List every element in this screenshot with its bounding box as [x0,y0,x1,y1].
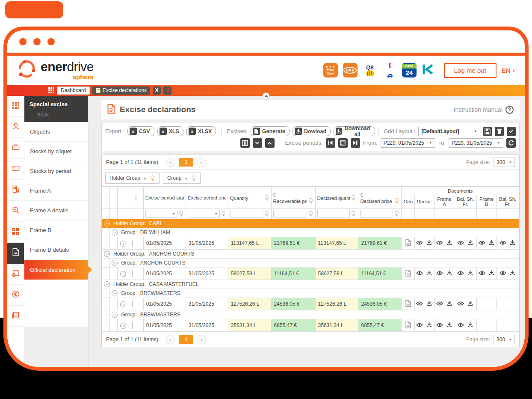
delete-layout-button[interactable] [495,127,504,136]
download-document-icon[interactable] [467,240,473,247]
view-document-icon[interactable] [416,240,423,247]
view-document-icon[interactable] [457,271,464,277]
filter-pin-icon[interactable] [150,175,155,181]
back-link[interactable]: ← Back [30,112,83,118]
doc-column-header[interactable]: Bal. Sh. Fr. [497,195,519,208]
collapse-group-icon[interactable] [112,229,118,235]
doc-column-header[interactable]: Bal. Sh. Fr. [454,195,476,208]
filter-combo[interactable]: ▼ [145,210,177,217]
generated-document-icon[interactable] [405,302,411,308]
select-all-checkbox[interactable] [136,195,136,201]
sidebar-item-frame-b-details[interactable]: Frame B details [24,240,88,260]
download-document-icon[interactable] [426,240,432,247]
generated-document-icon[interactable] [405,272,411,278]
previous-period-button[interactable] [326,138,335,148]
download-document-icon[interactable] [446,240,452,247]
fleetcard-icon[interactable]: ■ ■ ■ Fleet Card [323,63,338,77]
download-document-icon[interactable] [446,270,452,277]
filter-pin-icon[interactable] [191,175,196,181]
export-xlsx-button[interactable]: xXLSX [186,126,216,136]
filter-input[interactable] [230,210,263,217]
filter-pin-icon[interactable] [221,211,226,217]
view-document-icon[interactable] [436,322,443,329]
download-document-icon[interactable] [426,301,432,308]
download-document-icon[interactable] [446,322,452,329]
expand-row-detail-icon[interactable] [120,271,126,277]
sidebar-item-stocks-by-period[interactable]: Stocks by period [24,161,88,181]
download-document-icon[interactable] [488,270,495,277]
download-document-icon[interactable] [467,322,473,329]
filter-pin-icon[interactable] [351,211,356,217]
sidebar-icon-credit-card[interactable] [7,159,24,180]
filter-pin-icon[interactable] [178,211,184,217]
next-period-button[interactable] [351,138,360,148]
collapse-group-icon[interactable] [112,260,118,266]
view-document-icon[interactable] [416,271,423,277]
export-xls-button[interactable]: xXLS [157,126,183,136]
log-me-out-button[interactable]: Log me out [444,63,497,78]
sidebar-item-frame-b[interactable]: Frame B [24,220,88,240]
dats24-icon[interactable]: DATS 24 [402,63,417,77]
download-document-icon[interactable] [509,240,516,247]
group-chip-holder-group[interactable]: Holder Group▲ [105,173,160,184]
view-document-icon[interactable] [436,301,443,307]
sidebar-icon-euro-circle[interactable] [7,285,24,306]
column-chooser-button[interactable] [240,138,250,148]
collapse-group-icon[interactable] [112,290,118,296]
group-chip-group[interactable]: Group▲ [163,173,201,184]
current-page-button[interactable]: 1 [179,158,193,167]
refresh-button[interactable] [506,138,516,148]
download-document-icon[interactable] [426,270,432,277]
previous-page-button[interactable]: ‹ [166,335,175,344]
apply-layout-button[interactable] [507,127,516,136]
sidebar-icon-news[interactable] [7,306,24,327]
column-filter-pin-icon[interactable] [308,198,313,204]
filter-combo[interactable]: ▼ [188,210,220,217]
sidebar-icon-apps-grid[interactable] [7,96,24,117]
filter-input[interactable] [360,210,393,217]
collapse-holder-group-icon[interactable] [104,251,110,257]
column-filter-pin-icon[interactable] [264,195,269,201]
view-document-icon[interactable] [499,271,506,277]
column-filter-pin-icon[interactable] [351,195,356,201]
column-filter-pin-icon[interactable] [394,198,399,204]
download-document-icon[interactable] [467,270,473,277]
totalenergies-icon[interactable]: te [382,63,397,77]
view-document-icon[interactable] [457,301,464,307]
collapse-tabbar-button[interactable] [263,92,270,100]
next-page-button[interactable]: › [197,335,206,344]
close-all-tabs-icon[interactable]: X [163,86,171,95]
column-header[interactable]: €Declared price [358,187,402,208]
sidebar-item-frame-a[interactable]: Frame A [24,181,88,201]
page-size-select[interactable]: 300▼ [494,335,515,344]
dkv-icon[interactable]: DKV [343,63,358,77]
row-checkbox[interactable] [132,270,133,277]
page-size-select[interactable]: 300▼ [494,158,515,167]
filter-pin-icon[interactable] [308,211,313,217]
period-to-select[interactable]: P229: 31/05/2025▼ [449,138,503,148]
period-calendar-button[interactable] [338,138,348,148]
view-document-icon[interactable] [499,240,506,247]
tab-excise-declarations[interactable]: Excise declarations [92,86,150,95]
row-checkbox[interactable] [132,301,133,307]
view-document-icon[interactable] [479,271,485,277]
sidebar-icon-document[interactable] [7,243,24,264]
expand-row-detail-icon[interactable] [120,241,126,247]
download-document-icon[interactable] [446,301,452,308]
collapse-group-icon[interactable] [112,312,118,318]
download-document-icon[interactable] [488,240,495,247]
collapse-all-button[interactable] [265,138,275,148]
sidebar-icon-briefcase[interactable] [7,138,24,159]
collapse-holder-group-icon[interactable] [104,220,110,226]
sidebar-icon-user[interactable] [7,117,24,138]
download-all-button[interactable]: Download all [334,126,375,136]
download-document-icon[interactable] [509,270,516,277]
collapse-holder-group-icon[interactable] [104,281,110,287]
column-header[interactable]: Excise period end dat [186,187,228,208]
q8-icon[interactable]: Q8 [363,63,377,77]
apps-grid-icon[interactable] [48,87,54,93]
generated-document-icon[interactable] [405,324,411,330]
sidebar-item-frame-a-details[interactable]: Frame A details [24,201,88,220]
view-document-icon[interactable] [436,271,443,277]
current-page-button[interactable]: 1 [179,335,193,344]
